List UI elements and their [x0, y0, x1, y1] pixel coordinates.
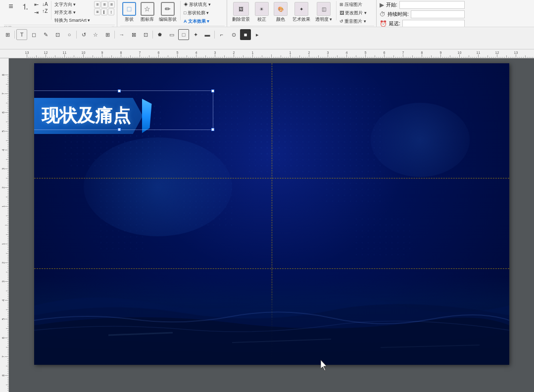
r2-black-btn[interactable]: ■	[240, 29, 251, 40]
r2-clock-btn[interactable]: ⊙	[228, 29, 239, 40]
text-dir-group: 文字方向 ▾ 对齐文本 ▾ 转换为 SmartArt ▾	[53, 1, 92, 24]
paragraph-group-content: ≡ ⒈ ⇤ ⇥ ↓A ↑Z 文字方向 ▾ 对齐文本 ▾ 转换为 SmartAr	[4, 1, 115, 24]
shape-icon: □	[122, 2, 136, 16]
compress-pic-btn[interactable]: ⊞ 压缩图片	[338, 1, 368, 8]
r2-circle-btn[interactable]: ○	[64, 29, 75, 40]
delay-row: ⏰ 延迟:	[380, 20, 465, 27]
color-btn[interactable]: 🎨 颜色	[272, 1, 290, 24]
start-label: 开始:	[386, 1, 397, 8]
indent-decrease-btn[interactable]: ⇤	[33, 1, 40, 8]
text-effect-btn[interactable]: A 文本效果 ▾	[182, 18, 212, 25]
horizontal-ruler	[9, 49, 534, 58]
list-number-icon: ⒈	[21, 2, 29, 12]
remove-bg-btn[interactable]: 🖼 删除背景	[230, 1, 252, 24]
adjust-group-content: 🖼 删除背景 ☀ 校正 🎨 颜色 ✦ 艺术效果 ◫	[230, 1, 374, 25]
r2-eraser-btn[interactable]: ⊠	[128, 29, 139, 40]
r2-textbox-btn[interactable]: T	[16, 29, 27, 40]
shape-outline-btn[interactable]: □ 形状轮廓 ▾	[182, 9, 212, 17]
cols-btn[interactable]: ⫿	[101, 8, 107, 15]
correct-label: 校正	[257, 16, 266, 23]
sort-asc-btn[interactable]: ↑Z	[41, 8, 49, 14]
indent-increase-btn[interactable]: ⇥	[33, 9, 40, 16]
convert-smartart-btn[interactable]: 转换为 SmartArt ▾	[53, 17, 92, 24]
toolbar: ≡ ⒈ ⇤ ⇥ ↓A ↑Z 文字方向 ▾ 对齐文本 ▾ 转换为 SmartAr	[0, 0, 534, 49]
start-icon: ▶	[380, 1, 384, 8]
r2-arrow-btn[interactable]: →	[116, 29, 127, 40]
slide: 现状及痛点	[34, 63, 509, 365]
sort-desc-btn[interactable]: ↓A	[41, 1, 49, 7]
r2-star2-btn[interactable]: ✦	[190, 29, 201, 40]
r2-select-btn[interactable]: ◻	[28, 29, 39, 40]
correct-btn[interactable]: ☀ 校正	[253, 1, 271, 24]
edit-shape-btn[interactable]: ✏ 编辑形状	[157, 1, 179, 24]
align-left-btn[interactable]: ≡	[94, 1, 100, 8]
animation-group-content: ▶ 开始: ⏱ 持续时间: ⏰ 延迟:	[380, 1, 465, 27]
transparency-btn[interactable]: ◫ 透明度 ▾	[313, 1, 335, 24]
delay-label: 延迟:	[389, 20, 400, 27]
draw-group: □ 形状 ☆ 图标库 ✏ 编辑形状	[118, 0, 227, 27]
r2-grid-btn[interactable]: ⊞	[2, 29, 13, 40]
toolbar-row1: ≡ ⒈ ⇤ ⇥ ↓A ↑Z 文字方向 ▾ 对齐文本 ▾ 转换为 SmartAr	[0, 0, 534, 27]
toolbar-row2: ⊞ T ◻ ✎ ⊡ ○ ↺ ☆ ⊞ → ⊠ ⊡ ⬟ ▭ □ ✦ ▬ ⌐ ⊙ ■ …	[0, 27, 534, 42]
align-row1: ≡ ≡ ≡	[94, 1, 115, 8]
transparency-icon: ◫	[317, 2, 331, 16]
adjust-sep1	[336, 1, 337, 20]
correct-icon: ☀	[255, 2, 269, 16]
edit-shape-icon: ✏	[161, 2, 175, 16]
duration-input[interactable]	[411, 10, 465, 18]
shape-fill-btn[interactable]: ◈ 形状填充 ▾	[182, 1, 212, 8]
r2-pen-btn[interactable]: ✎	[40, 29, 51, 40]
r2-rotate-btn[interactable]: ↺	[78, 29, 89, 40]
duration-icon: ⏱	[380, 11, 386, 18]
adjust-group: 🖼 删除背景 ☀ 校正 🎨 颜色 ✦ 艺术效果 ◫	[228, 0, 377, 27]
r2-star-btn[interactable]: ☆	[90, 29, 101, 40]
align-text-btn[interactable]: 对齐文本 ▾	[53, 9, 92, 16]
adjust-sub-group: ⊞ 压缩图片 🖼 更改图片 ▾ ↺ 重音图片 ▾	[338, 1, 368, 25]
align-btns: ≡ ≡ ≡ ≡ ⫿ ↕	[94, 1, 115, 15]
icon-lib-btn[interactable]: ☆ 图标库	[139, 1, 156, 24]
r2-crop-btn[interactable]: ⊡	[52, 29, 63, 40]
delay-input[interactable]	[402, 20, 465, 27]
art-effect-btn[interactable]: ✦ 艺术效果	[291, 1, 312, 24]
r2-pentagon-btn[interactable]: ⬟	[154, 29, 165, 40]
justify-btn[interactable]: ≡	[94, 8, 100, 15]
start-input[interactable]	[399, 1, 465, 9]
line-spacing-btn[interactable]: ↕	[108, 8, 114, 15]
shape-btn[interactable]: □ 形状	[120, 1, 138, 24]
r2-sep3	[114, 31, 115, 39]
r2-rect2-btn[interactable]: ▬	[202, 29, 213, 40]
paragraph-group: ≡ ⒈ ⇤ ⇥ ↓A ↑Z 文字方向 ▾ 对齐文本 ▾ 转换为 SmartAr	[2, 0, 117, 27]
r2-sep2	[76, 31, 77, 39]
r2-more-btn[interactable]: ▸	[252, 29, 263, 40]
r2-group-btn[interactable]: ⊞	[102, 29, 113, 40]
edit-shape-label: 编辑形状	[159, 16, 177, 23]
svg-rect-5	[188, 93, 242, 142]
glow2	[371, 103, 470, 177]
r2-corner-btn[interactable]: ⌐	[216, 29, 227, 40]
title-banner: 现状及痛点	[34, 98, 152, 134]
align-right-btn[interactable]: ≡	[108, 1, 115, 8]
svg-rect-8	[321, 177, 381, 207]
align-row2: ≡ ⫿ ↕	[94, 8, 115, 15]
list-number-btn[interactable]: ⒈	[18, 1, 32, 13]
align-center-btn[interactable]: ≡	[101, 1, 107, 8]
r2-rect-btn[interactable]: ▭	[166, 29, 177, 40]
repeat-pic-btn[interactable]: ↺ 重音图片 ▾	[338, 18, 368, 25]
ruler-v-canvas	[0, 58, 9, 392]
list-bullet-btn[interactable]: ≡	[4, 1, 18, 12]
r2-border-btn[interactable]: □	[178, 29, 189, 40]
r2-sep5	[214, 31, 215, 39]
text-direction-btn[interactable]: 文字方向 ▾	[53, 1, 92, 8]
icon-lib-label: 图标库	[141, 16, 154, 23]
animation-fields: ▶ 开始: ⏱ 持续时间: ⏰ 延迟:	[380, 1, 465, 27]
align-group: ≡ ≡ ≡ ≡ ⫿ ↕	[94, 1, 115, 15]
r2-paint-btn[interactable]: ⊡	[140, 29, 151, 40]
change-pic-btn[interactable]: 🖼 更改图片 ▾	[338, 9, 368, 17]
svg-rect-9	[351, 217, 410, 256]
banner-main: 现状及痛点	[34, 98, 143, 134]
indent-group: ⇤ ⇥	[33, 1, 40, 16]
start-row: ▶ 开始:	[380, 1, 465, 9]
canvas-area: 现状及痛点	[9, 58, 534, 392]
r2-sep4	[152, 31, 153, 39]
art-effect-label: 艺术效果	[292, 16, 310, 23]
